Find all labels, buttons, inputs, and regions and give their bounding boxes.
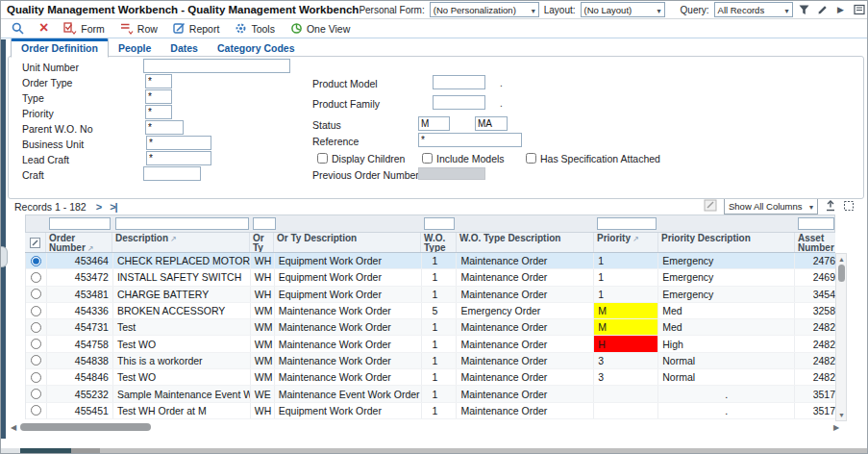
- run-query-icon[interactable]: [834, 3, 848, 16]
- grid-customize-header[interactable]: [25, 233, 46, 252]
- cell-priority-description[interactable]: .: [658, 386, 795, 401]
- row-select-cell[interactable]: [26, 403, 47, 418]
- cell-description[interactable]: Test: [113, 319, 251, 335]
- cell-asset-number[interactable]: 2476: [795, 253, 835, 268]
- cell-priority[interactable]: [594, 403, 658, 418]
- row-select-cell[interactable]: [26, 336, 47, 351]
- qbe-order-number-input[interactable]: [49, 217, 111, 230]
- cell-wo-type-description[interactable]: Maintenance Order: [457, 269, 594, 285]
- layout-select[interactable]: (No Layout): [581, 2, 665, 17]
- cell-wo-type-description[interactable]: Maintenance Order: [457, 287, 594, 302]
- cell-description[interactable]: Test WO: [113, 369, 251, 385]
- table-row[interactable]: 454758 Test WO WM Maintenance Work Order…: [26, 336, 835, 352]
- cell-or-ty-description[interactable]: Maintenance Work Order: [275, 369, 422, 385]
- cell-wo-type[interactable]: 1: [422, 319, 458, 335]
- column-header-wo-type-description[interactable]: W.O. Type Description: [457, 233, 594, 252]
- tools-menu-button[interactable]: Tools: [228, 20, 282, 38]
- expand-grid-icon[interactable]: [843, 200, 855, 214]
- cell-priority-description[interactable]: Emergency: [658, 253, 795, 268]
- bottom-scroll-thumb[interactable]: [20, 448, 71, 454]
- cell-wo-type-description[interactable]: Maintenance Order: [457, 403, 594, 418]
- panel-collapse-handle[interactable]: [1, 246, 8, 267]
- last-page-icon[interactable]: [110, 201, 117, 213]
- query-select[interactable]: All Records: [714, 2, 793, 17]
- row-select-radio[interactable]: [31, 256, 41, 266]
- include-models-checkbox[interactable]: [422, 153, 433, 164]
- row-select-cell[interactable]: [26, 303, 47, 318]
- cell-or-ty[interactable]: WM: [251, 353, 275, 368]
- table-row[interactable]: 455451 Test WH Order at M WH Equipment W…: [26, 403, 835, 419]
- row-select-cell[interactable]: [26, 287, 47, 302]
- cell-asset-number[interactable]: 2482: [795, 336, 835, 351]
- report-menu-button[interactable]: Report: [166, 20, 227, 38]
- horizontal-scroll-thumb[interactable]: [20, 423, 151, 431]
- close-button[interactable]: [33, 20, 55, 38]
- cell-wo-type[interactable]: 1: [422, 253, 458, 268]
- cell-priority[interactable]: 3: [594, 353, 658, 368]
- has-specification-attached-checkbox[interactable]: [526, 153, 536, 164]
- scroll-down-icon[interactable]: [838, 412, 845, 418]
- cell-wo-type-description[interactable]: Maintenance Order: [457, 369, 594, 385]
- cell-order-number[interactable]: 453481: [47, 287, 113, 302]
- column-header-wo-type[interactable]: W.O. Type: [421, 233, 457, 252]
- table-row[interactable]: 454838 This is a workorder WM Maintenanc…: [26, 353, 835, 369]
- cell-priority-description[interactable]: Emergency: [658, 269, 795, 285]
- cell-or-ty-description[interactable]: Maintenance Work Order: [275, 336, 422, 351]
- column-header-order-number[interactable]: Order Number: [46, 233, 112, 252]
- cell-or-ty[interactable]: WM: [251, 336, 275, 351]
- cell-or-ty-description[interactable]: Maintenance Work Order: [275, 303, 422, 318]
- cell-description[interactable]: CHARGE BATTERY: [113, 287, 251, 302]
- cell-or-ty-description[interactable]: Equipment Work Order: [275, 403, 422, 418]
- reference-input[interactable]: [418, 133, 522, 147]
- bottom-scroll-strip[interactable]: [1, 448, 868, 454]
- cell-priority-description[interactable]: .: [658, 403, 795, 418]
- tab-people[interactable]: People: [109, 40, 161, 57]
- one-view-menu-button[interactable]: One View: [284, 20, 357, 38]
- cell-or-ty-description[interactable]: Maintenance Event Work Order: [275, 386, 422, 401]
- export-grid-icon[interactable]: [825, 200, 836, 214]
- cell-priority[interactable]: 1: [594, 269, 658, 285]
- cell-asset-number[interactable]: 3258: [795, 303, 835, 318]
- table-row[interactable]: 454336 BROKEN ACCESSORY WM Maintenance W…: [26, 303, 835, 319]
- cell-asset-number[interactable]: 2469: [795, 269, 835, 285]
- cell-priority[interactable]: M: [594, 319, 658, 335]
- row-select-radio[interactable]: [31, 405, 41, 416]
- cell-priority-description[interactable]: Med: [658, 303, 795, 318]
- cell-wo-type[interactable]: 1: [422, 353, 458, 368]
- cell-asset-number[interactable]: 3517: [795, 403, 835, 418]
- sort-icon[interactable]: [168, 233, 177, 243]
- cell-order-number[interactable]: 454758: [47, 336, 113, 351]
- row-select-radio[interactable]: [31, 322, 41, 333]
- cell-description[interactable]: Sample Maintenance Event WO: [113, 386, 251, 401]
- cell-description[interactable]: BROKEN ACCESSORY: [113, 303, 251, 318]
- table-row[interactable]: 453464 CHECK REPLACED MOTOR WH Equipment…: [26, 253, 835, 269]
- cell-or-ty-description[interactable]: Maintenance Work Order: [275, 319, 422, 335]
- cell-or-ty-description[interactable]: Maintenance Work Order: [275, 353, 422, 368]
- product-family-input[interactable]: [433, 95, 485, 110]
- cell-wo-type-description[interactable]: Maintenance Order: [457, 353, 594, 368]
- cell-description[interactable]: Test WH Order at M: [113, 403, 251, 418]
- cell-priority[interactable]: 1: [594, 287, 658, 302]
- table-row[interactable]: 454731 Test WM Maintenance Work Order 1 …: [26, 319, 835, 336]
- cell-wo-type-description[interactable]: Emergency Order: [457, 303, 594, 318]
- cell-order-number[interactable]: 454846: [47, 369, 113, 385]
- row-select-radio[interactable]: [31, 372, 41, 383]
- customize-grid-icon[interactable]: [704, 199, 717, 214]
- cell-wo-type-description[interactable]: Maintenance Order: [457, 386, 594, 401]
- cell-order-number[interactable]: 454731: [47, 319, 113, 335]
- cell-order-number[interactable]: 453472: [47, 269, 113, 285]
- filter-icon[interactable]: [798, 3, 811, 16]
- table-row[interactable]: 454846 Test WO WM Maintenance Work Order…: [26, 369, 835, 386]
- row-select-radio[interactable]: [31, 289, 41, 299]
- cell-description[interactable]: This is a workorder: [113, 353, 251, 368]
- unit-number-input[interactable]: [143, 59, 290, 73]
- row-select-cell[interactable]: [26, 253, 47, 268]
- table-row[interactable]: 453472 INSTALL SAFETY SWITCH WH Equipmen…: [26, 269, 835, 286]
- cell-or-ty-description[interactable]: Equipment Work Order: [275, 287, 422, 302]
- priority-input[interactable]: [145, 105, 172, 119]
- cell-or-ty[interactable]: WH: [251, 287, 275, 302]
- vertical-scroll-thumb[interactable]: [838, 265, 845, 282]
- cell-asset-number[interactable]: 3517: [795, 386, 835, 401]
- cell-wo-type-description[interactable]: Maintenance Order: [457, 319, 594, 335]
- horizontal-scrollbar[interactable]: [9, 422, 843, 433]
